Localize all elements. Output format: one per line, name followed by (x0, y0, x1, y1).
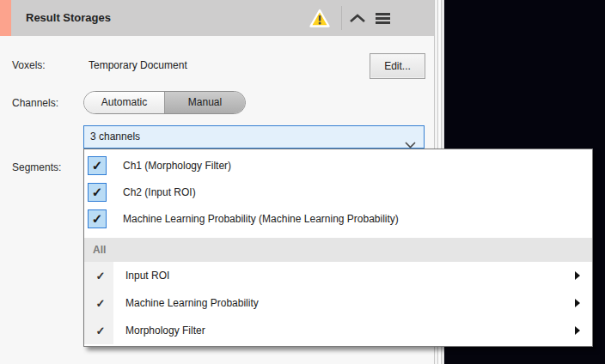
panel-accent-strip (0, 0, 11, 36)
panel-title: Result Storages (26, 0, 111, 36)
channel-option-row[interactable]: ✓ Machine Learning Probability (Machine … (84, 205, 592, 232)
source-item-row[interactable]: ✓ Morphology Filter (84, 317, 592, 344)
channels-combobox[interactable]: 3 channels (83, 125, 425, 149)
source-items-section: ✓ Input ROI ✓ Machine Learning Probabili… (84, 262, 592, 344)
source-item-label: Input ROI (125, 270, 169, 282)
collapse-icon[interactable] (349, 14, 366, 26)
channel-option-label: Ch1 (Morphology Filter) (123, 160, 231, 172)
checkmark-icon: ✓ (92, 297, 109, 310)
screen: Result Storages Voxels: Temporary Docume… (0, 0, 605, 364)
voxels-value: Temporary Document (89, 59, 187, 71)
checkbox-checked[interactable]: ✓ (88, 183, 107, 202)
checkbox-checked[interactable]: ✓ (88, 209, 107, 228)
header-divider (341, 6, 342, 30)
channel-option-label: Machine Learning Probability (Machine Le… (123, 213, 399, 225)
popup-section-gap (84, 232, 592, 238)
source-item-row[interactable]: ✓ Input ROI (84, 262, 592, 289)
checkmark-icon: ✓ (92, 185, 103, 200)
source-item-label: Machine Learning Probability (125, 297, 259, 309)
toggle-manual[interactable]: Manual (164, 92, 245, 113)
channels-dropdown-popup: ✓ Ch1 (Morphology Filter) ✓ Ch2 (Input R… (83, 149, 593, 347)
channels-mode-toggle: Automatic Manual (83, 91, 246, 114)
submenu-arrow-icon (575, 299, 580, 307)
warning-icon[interactable] (309, 9, 330, 31)
channel-option-row[interactable]: ✓ Ch2 (Input ROI) (84, 179, 592, 205)
checkbox-checked[interactable]: ✓ (88, 156, 107, 175)
channel-option-label: Ch2 (Input ROI) (123, 186, 196, 198)
toggle-automatic[interactable]: Automatic (84, 92, 164, 113)
checkmark-icon: ✓ (92, 211, 103, 227)
segments-label: Segments: (12, 161, 61, 173)
submenu-arrow-icon (575, 271, 580, 280)
channels-label: Channels: (12, 97, 58, 109)
checkmark-icon: ✓ (92, 325, 109, 337)
checkmark-icon: ✓ (92, 270, 109, 282)
source-item-label: Morphology Filter (125, 325, 205, 337)
source-item-row[interactable]: ✓ Machine Learning Probability (84, 289, 592, 317)
all-section-header: All (84, 238, 592, 262)
submenu-arrow-icon (575, 326, 580, 335)
menu-icon[interactable] (376, 13, 390, 26)
channel-option-row[interactable]: ✓ Ch1 (Morphology Filter) (84, 152, 592, 179)
channels-combobox-value: 3 channels (90, 130, 140, 143)
checkmark-icon: ✓ (92, 158, 103, 173)
edit-button[interactable]: Edit... (370, 53, 425, 79)
panel-header[interactable]: Result Storages (0, 0, 434, 36)
voxels-label: Voxels: (12, 59, 46, 71)
